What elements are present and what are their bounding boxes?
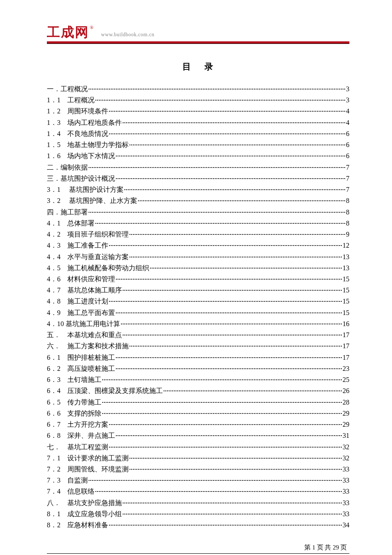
toc-row: 6．6 支撑的拆除29 — [47, 408, 349, 419]
toc-row: 6．7 土方开挖方案29 — [47, 419, 349, 430]
toc-leader-dots — [138, 200, 345, 201]
toc-row: 6．4 压顶梁、围檩梁及支撑系统施工26 — [47, 385, 349, 396]
toc-label: 7．1 设计要求的施工监测 — [47, 453, 129, 464]
toc-label: 三．基坑围护设计概况 — [47, 173, 115, 184]
toc-page-number: 6 — [346, 150, 349, 162]
toc-label: 六． 施工方案和技术措施 — [47, 341, 129, 352]
toc-leader-dots — [123, 335, 342, 335]
toc-label: 8．1 成立应急领导小组 — [47, 509, 122, 520]
toc-page-number: 17 — [343, 341, 349, 352]
toc-row: 6．2 高压旋喷桩施工23 — [47, 363, 349, 374]
toc-page-number: 6 — [346, 139, 349, 150]
footer-divider — [47, 553, 349, 554]
toc-page-number: 33 — [343, 509, 349, 520]
toc-label: 4．2 项目班子组织和管理 — [47, 229, 129, 240]
toc-page-number: 33 — [343, 475, 349, 486]
toc-row: 1．4 不良地质情况6 — [47, 128, 349, 139]
toc-row: 四．施工部署8 — [47, 207, 349, 218]
toc-leader-dots — [95, 491, 342, 492]
toc-page-number: 9 — [346, 229, 349, 240]
toc-label: 4．3 施工准备工作 — [47, 240, 108, 251]
toc-leader-dots — [109, 424, 342, 425]
page-number: 第 1 页 共 29 页 — [47, 543, 349, 552]
toc-page-number: 4 — [346, 117, 349, 128]
toc-page-number: 12 — [343, 240, 349, 251]
toc-page-number: 15 — [343, 296, 349, 307]
toc-page-number: 15 — [343, 307, 349, 318]
toc-page-number: 13 — [343, 251, 349, 263]
toc-leader-dots — [150, 268, 342, 269]
toc-leader-dots — [109, 245, 342, 246]
toc-page-number: 8 — [346, 195, 349, 206]
toc-label: 1．4 不良地质情况 — [47, 128, 108, 139]
toc-page-number: 34 — [343, 520, 349, 531]
toc-label: 6．8 深井、井点施工 — [47, 430, 115, 441]
toc-label: 8．2 应急材料准备 — [47, 520, 108, 531]
site-url: www.buildbook.com.cn — [101, 32, 154, 38]
toc-row: 7．3 自监测33 — [47, 475, 349, 486]
toc-title: 目录 — [60, 61, 349, 72]
toc-page-number: 17 — [343, 330, 349, 341]
toc-leader-dots — [89, 212, 345, 213]
toc-page-number: 16 — [343, 318, 349, 330]
toc-leader-dots — [109, 111, 345, 112]
toc-page-number: 6 — [346, 128, 349, 139]
toc-label: 6．1 围护排桩桩施工 — [47, 352, 115, 363]
toc-row: 1．2 周围环境条件 4 — [47, 106, 349, 117]
document-page: 工成网 ® www.buildbook.com.cn 目录 一．工程概况31．1… — [0, 0, 392, 555]
toc-label: 4．4 水平与垂直运输方案 — [47, 251, 129, 263]
toc-row: 七． 基坑工程监测32 — [47, 442, 349, 453]
toc-page-number: 33 — [343, 486, 349, 497]
toc-page-number: 13 — [343, 263, 349, 274]
toc-label: 3．2 基坑围护降、止水方案 — [47, 195, 137, 206]
toc-label: 4．10 基坑施工用电计算 — [47, 318, 120, 330]
toc-leader-dots — [102, 402, 342, 403]
logo-text: 工成网 — [47, 26, 89, 39]
toc-label: 七． 基坑工程监测 — [47, 442, 108, 453]
toc-row: 3．2 基坑围护降、止水方案 8 — [47, 195, 349, 206]
toc-label: 五． 本基坑难点和重点 — [47, 330, 122, 341]
toc-page-number: 31 — [343, 430, 349, 441]
toc-label: 3．1 基坑围护设计方案 — [47, 184, 124, 195]
toc-page-number: 7 — [346, 162, 349, 173]
toc-leader-dots — [130, 257, 342, 257]
toc-leader-dots — [109, 301, 342, 302]
toc-label: 7．4 信息联络 — [47, 486, 95, 497]
toc-page-number: 28 — [343, 397, 349, 408]
page-footer: 第 1 页 共 29 页 版权归作者所有，本网站只提供下载。 — [47, 543, 349, 555]
toc-row: 7．4 信息联络33 — [47, 486, 349, 497]
brand-logo: 工成网 ® — [47, 26, 93, 39]
toc-leader-dots — [116, 156, 345, 156]
toc-row: 二．编制依据7 — [47, 162, 349, 173]
toc-row: 6．3 土钉墙施工25 — [47, 374, 349, 385]
toc-page-number: 15 — [343, 274, 349, 285]
toc-leader-dots — [116, 368, 342, 369]
toc-row: 7．1 设计要求的施工监测32 — [47, 453, 349, 464]
toc-leader-dots — [130, 145, 345, 145]
toc-label: 4．1 总体部署 — [47, 218, 95, 229]
toc-page-number: 8 — [346, 207, 349, 218]
toc-row: 五． 本基坑难点和重点17 — [47, 330, 349, 341]
toc-leader-dots — [164, 390, 342, 391]
toc-label: 6．4 压顶梁、围檩梁及支撑系统施工 — [47, 385, 163, 396]
toc-leader-dots — [116, 178, 345, 179]
toc-row: 1．3 场内工程地质条件4 — [47, 117, 349, 128]
toc-leader-dots — [123, 514, 342, 515]
toc-page-number: 4 — [346, 106, 349, 117]
toc-row: 六． 施工方案和技术措施17 — [47, 341, 349, 352]
toc-leader-dots — [116, 312, 342, 313]
toc-leader-dots — [130, 469, 342, 470]
registered-mark-icon: ® — [90, 25, 93, 30]
toc-leader-dots — [95, 223, 345, 224]
toc-page-number: 29 — [343, 408, 349, 419]
toc-leader-dots — [109, 525, 342, 526]
toc-leader-dots — [89, 89, 345, 90]
toc-row: 6．1 围护排桩桩施工17 — [47, 352, 349, 363]
toc-row: 8．1 成立应急领导小组33 — [47, 509, 349, 520]
toc-label: 1．5 地基土物理力学指标 — [47, 139, 129, 150]
toc-page-number: 32 — [343, 453, 349, 464]
toc-page-number: 29 — [343, 419, 349, 430]
toc-label: 4．6 材料供应和管理 — [47, 274, 115, 285]
toc-row: 1．6 场内地下水情况6 — [47, 150, 349, 162]
toc-label: 八． 基坑支护应急措施 — [47, 497, 122, 509]
